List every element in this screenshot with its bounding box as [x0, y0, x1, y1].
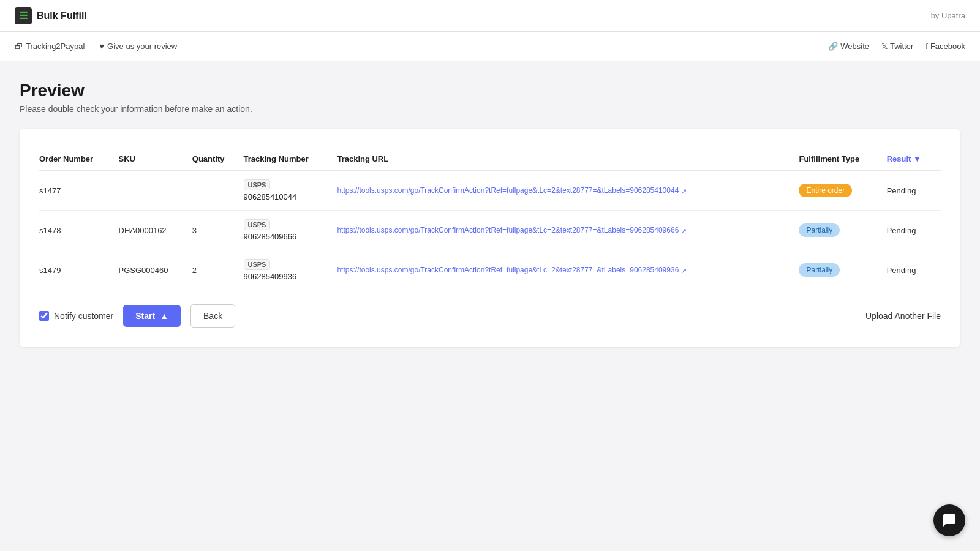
external-link-icon: ↗ [681, 267, 687, 275]
website-link[interactable]: 🔗 Website [828, 42, 869, 51]
twitter-link[interactable]: 𝕏 Twitter [881, 42, 913, 51]
chat-icon [942, 513, 957, 528]
cell-result: Pending [887, 211, 941, 250]
tracking-number-value: 906285409666 [244, 232, 330, 241]
fulfillment-badge: Entire order [799, 184, 852, 197]
cell-tracking-number: USPS 906285409936 [244, 250, 337, 290]
cell-tracking-url: https://tools.usps.com/go/TrackConfirmAc… [337, 211, 799, 250]
chat-bubble[interactable] [933, 504, 965, 536]
cell-tracking-url: https://tools.usps.com/go/TrackConfirmAc… [337, 170, 799, 211]
facebook-link[interactable]: f Facebook [925, 42, 965, 51]
twitter-icon: 𝕏 [881, 42, 888, 51]
cell-order-number: s1478 [39, 211, 119, 250]
cell-sku: DHA0000162 [119, 211, 192, 250]
external-link-icon: ↗ [681, 227, 687, 235]
fulfillment-badge: Partially [799, 263, 840, 277]
cell-result: Pending [887, 250, 941, 290]
tracking-number-value: 906285409936 [244, 272, 330, 281]
table-header-row: Order Number SKU Quantity Tracking Numbe… [39, 148, 941, 170]
cell-tracking-number: USPS 906285409666 [244, 211, 337, 250]
cell-fulfillment-type: Entire order [799, 170, 886, 211]
fulfillment-badge: Partially [799, 223, 840, 237]
carrier-badge: USPS [244, 179, 271, 190]
col-header-result: Result ▼ [887, 148, 941, 170]
col-header-fulfillment-type: Fulfillment Type [799, 148, 886, 170]
carrier-badge: USPS [244, 219, 271, 230]
cell-sku [119, 170, 192, 211]
start-caret-icon: ▲ [160, 311, 168, 321]
logo-symbol: ☰ [19, 10, 28, 21]
cell-result: Pending [887, 170, 941, 211]
tracking-url-link[interactable]: https://tools.usps.com/go/TrackConfirmAc… [337, 226, 791, 235]
notify-customer-checkbox[interactable] [39, 311, 49, 321]
table-row: s1477 USPS 906285410044 https://tools.us… [39, 170, 941, 211]
col-header-sku: SKU [119, 148, 192, 170]
cell-order-number: s1479 [39, 250, 119, 290]
twitter-label: Twitter [890, 42, 913, 51]
bottom-left-controls: Notify customer Start ▲ Back [39, 304, 235, 328]
tracking-url-link[interactable]: https://tools.usps.com/go/TrackConfirmAc… [337, 266, 791, 275]
page-title: Preview [20, 81, 960, 100]
notify-customer-label[interactable]: Notify customer [39, 311, 113, 321]
top-bar: ☰ Bulk Fulfill by Upatra [0, 0, 980, 32]
table-row: s1479 PGSG000460 2 USPS 906285409936 htt… [39, 250, 941, 290]
website-external-icon: 🔗 [828, 42, 838, 51]
main-card: Order Number SKU Quantity Tracking Numbe… [20, 129, 960, 347]
by-label: by Upatra [931, 11, 965, 20]
carrier-badge: USPS [244, 259, 271, 270]
nav-bar: 🗗 Tracking2Paypal ♥ Give us your review … [0, 32, 980, 61]
heart-icon: ♥ [99, 42, 104, 51]
start-button[interactable]: Start ▲ [123, 305, 181, 327]
result-filter-icon[interactable]: ▼ [913, 154, 921, 163]
nav-right: 🔗 Website 𝕏 Twitter f Facebook [828, 42, 965, 51]
facebook-label: Facebook [930, 42, 965, 51]
cell-quantity [192, 170, 244, 211]
page-content: Preview Please double check your informa… [0, 61, 980, 367]
tracking2paypal-link[interactable]: 🗗 Tracking2Paypal [15, 42, 85, 51]
cell-fulfillment-type: Partially [799, 250, 886, 290]
col-header-quantity: Quantity [192, 148, 244, 170]
bottom-controls: Notify customer Start ▲ Back Upload Anot… [39, 304, 941, 328]
cell-quantity: 3 [192, 211, 244, 250]
tracking-number-value: 906285410044 [244, 192, 330, 201]
app-logo: ☰ [15, 7, 32, 24]
cell-tracking-number: USPS 906285410044 [244, 170, 337, 211]
tracking-url-link[interactable]: https://tools.usps.com/go/TrackConfirmAc… [337, 186, 791, 195]
facebook-icon: f [925, 42, 928, 51]
cell-tracking-url: https://tools.usps.com/go/TrackConfirmAc… [337, 250, 799, 290]
cell-order-number: s1477 [39, 170, 119, 211]
external-link-icon: 🗗 [15, 42, 23, 51]
page-subtitle: Please double check your information bef… [20, 104, 960, 114]
upload-link-container: Upload Another File [865, 311, 941, 321]
col-header-order-number: Order Number [39, 148, 119, 170]
col-header-tracking-number: Tracking Number [244, 148, 337, 170]
app-branding: ☰ Bulk Fulfill [15, 7, 87, 24]
external-link-icon: ↗ [681, 187, 687, 195]
notify-label-text: Notify customer [54, 311, 113, 321]
website-label: Website [840, 42, 869, 51]
table-row: s1478 DHA0000162 3 USPS 906285409666 htt… [39, 211, 941, 250]
cell-fulfillment-type: Partially [799, 211, 886, 250]
cell-quantity: 2 [192, 250, 244, 290]
orders-table: Order Number SKU Quantity Tracking Numbe… [39, 148, 941, 290]
col-header-tracking-url: Tracking URL [337, 148, 799, 170]
upload-another-file-link[interactable]: Upload Another File [865, 311, 941, 321]
review-label: Give us your review [107, 42, 177, 51]
back-button[interactable]: Back [190, 304, 235, 328]
nav-left: 🗗 Tracking2Paypal ♥ Give us your review [15, 42, 177, 51]
tracking2paypal-label: Tracking2Paypal [26, 42, 85, 51]
review-link[interactable]: ♥ Give us your review [99, 42, 177, 51]
app-title: Bulk Fulfill [37, 10, 87, 21]
start-button-label: Start [135, 311, 155, 321]
cell-sku: PGSG000460 [119, 250, 192, 290]
